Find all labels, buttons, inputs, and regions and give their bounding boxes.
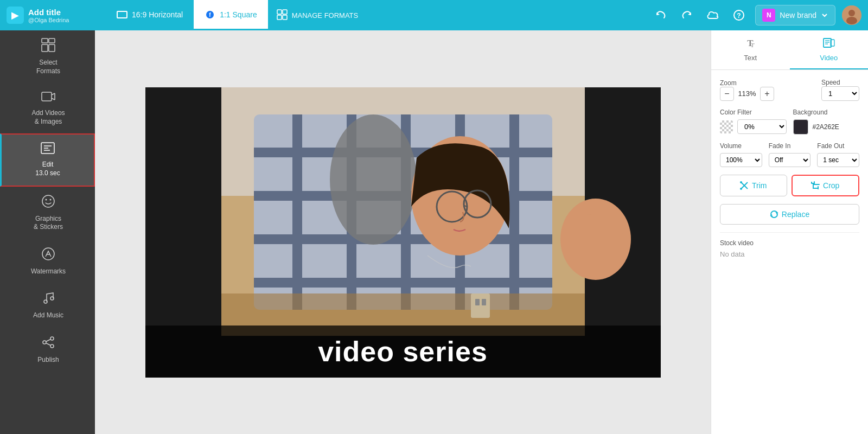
sidebar: SelectFormats Add Videos& Images Edit13.… — [0, 30, 95, 434]
volume-select[interactable]: 100% 75% 50% 25% 0% — [720, 153, 762, 167]
app-branding: ▶ Add title @Olga Bedrina — [7, 7, 101, 24]
svg-rect-59 — [475, 299, 480, 305]
background-col: Background #2A262E — [793, 108, 860, 135]
canvas-container: video series — [145, 87, 661, 378]
color-filter-row: 0% 10% 20% — [720, 119, 787, 134]
background-swatch[interactable] — [793, 119, 808, 135]
background-color-row: #2A262E — [793, 119, 860, 135]
svg-rect-5 — [277, 15, 282, 20]
fade-in-col: Fade In Off 0.5 sec 1 sec — [769, 142, 811, 167]
stock-video-label: Stock video — [720, 239, 859, 247]
sidebar-item-graphics-stickers[interactable]: Graphics& Stickers — [0, 187, 95, 239]
manage-formats-icon — [277, 9, 288, 22]
volume-col: Volume 100% 75% 50% 25% 0% — [720, 142, 762, 167]
svg-point-51 — [330, 114, 417, 245]
right-panel-content: Zoom − 113% + Speed 1 1.25 1.5 2 — [711, 70, 868, 434]
tab-horizontal[interactable]: 16:9 Horizontal — [106, 0, 194, 30]
app-subtitle: @Olga Bedrina — [28, 17, 69, 23]
sidebar-item-edit[interactable]: Edit13.0 sec — [0, 133, 95, 186]
background-label: Background — [793, 108, 860, 116]
svg-line-18 — [52, 98, 55, 100]
app-logo-icon: ▶ — [7, 7, 24, 24]
right-panel-tabs: TT Text Video — [711, 30, 868, 70]
svg-point-10 — [848, 10, 855, 16]
sidebar-item-select-formats[interactable]: SelectFormats — [0, 30, 95, 83]
fade-out-select[interactable]: 1 sec Off 0.5 sec — [817, 153, 859, 167]
zoom-plus-button[interactable]: + — [760, 87, 774, 101]
trim-crop-row: Trim Crop — [720, 175, 859, 196]
stock-section: Stock video No data — [720, 232, 859, 258]
svg-point-68 — [740, 181, 742, 183]
svg-rect-16 — [42, 92, 52, 101]
watermarks-icon — [41, 247, 55, 264]
undo-button[interactable] — [651, 5, 671, 25]
sidebar-item-add-music[interactable]: Add Music — [0, 283, 95, 328]
replace-icon — [770, 210, 778, 219]
svg-rect-58 — [471, 293, 490, 318]
stock-no-data: No data — [720, 250, 859, 258]
canvas-area: video series — [95, 30, 711, 434]
add-music-icon — [42, 291, 54, 308]
zoom-value: 113% — [737, 90, 757, 98]
topbar: ▶ Add title @Olga Bedrina 16:9 Horizonta… — [0, 0, 868, 30]
tab-text[interactable]: TT Text — [711, 30, 790, 69]
fade-in-select[interactable]: Off 0.5 sec 1 sec — [769, 153, 811, 167]
brand-label: New brand — [780, 11, 816, 20]
svg-line-35 — [46, 343, 50, 345]
svg-rect-3 — [277, 10, 282, 14]
publish-icon — [41, 335, 55, 353]
svg-rect-0 — [117, 11, 127, 18]
svg-rect-4 — [283, 10, 287, 14]
svg-line-34 — [46, 339, 50, 341]
redo-button[interactable] — [677, 5, 697, 25]
avatar[interactable] — [842, 5, 861, 25]
horizontal-format-icon — [117, 9, 127, 20]
sidebar-label-add-music: Add Music — [33, 311, 63, 320]
zoom-minus-button[interactable]: − — [720, 87, 734, 101]
canvas-text-overlay: video series — [145, 326, 661, 378]
trim-button[interactable]: Trim — [720, 175, 787, 196]
filter-bg-row: Color Filter 0% 10% 20% Background — [720, 108, 859, 135]
svg-point-31 — [50, 337, 54, 340]
svg-rect-6 — [283, 15, 287, 20]
topbar-right: ? N New brand — [651, 5, 861, 25]
crop-icon — [811, 181, 820, 190]
svg-rect-63 — [824, 39, 831, 47]
fade-in-label: Fade In — [769, 142, 811, 150]
svg-text:?: ? — [737, 12, 741, 20]
manage-formats-tab[interactable]: MANAGE FORMATS — [268, 0, 367, 30]
svg-point-26 — [50, 199, 52, 200]
help-button[interactable]: ? — [729, 5, 749, 25]
color-filter-col: Color Filter 0% 10% 20% — [720, 108, 787, 135]
tab-square[interactable]: f 1:1 Square — [194, 0, 268, 30]
brand-selector[interactable]: N New brand — [755, 5, 835, 25]
select-formats-icon — [41, 38, 55, 55]
chevron-down-icon — [821, 11, 828, 19]
tab-video[interactable]: Video — [790, 30, 869, 69]
svg-point-11 — [846, 17, 857, 24]
sidebar-label-graphics-stickers: Graphics& Stickers — [34, 215, 63, 232]
canvas-video[interactable]: video series — [145, 87, 661, 378]
speed-select[interactable]: 1 1.25 1.5 2 — [821, 86, 859, 101]
add-videos-icon — [41, 91, 55, 106]
svg-point-27 — [42, 248, 54, 260]
sidebar-label-watermarks: Watermarks — [31, 267, 66, 276]
sidebar-item-watermarks[interactable]: Watermarks — [0, 239, 95, 284]
volume-fade-row: Volume 100% 75% 50% 25% 0% Fade In Off 0… — [720, 142, 859, 167]
color-filter-label: Color Filter — [720, 108, 787, 116]
volume-label: Volume — [720, 142, 762, 150]
svg-point-24 — [42, 195, 54, 207]
color-filter-select[interactable]: 0% 10% 20% — [737, 119, 787, 134]
replace-button[interactable]: Replace — [720, 204, 859, 225]
svg-rect-60 — [482, 299, 486, 305]
svg-point-69 — [740, 188, 742, 190]
trim-icon — [740, 181, 749, 190]
save-cloud-button[interactable] — [703, 5, 723, 25]
speed-section: Speed 1 1.25 1.5 2 — [821, 79, 859, 101]
app-title[interactable]: Add title — [28, 8, 69, 17]
sidebar-item-publish[interactable]: Publish — [0, 328, 95, 372]
crop-button[interactable]: Crop — [792, 175, 860, 196]
zoom-label: Zoom — [720, 79, 774, 87]
sidebar-label-edit: Edit13.0 sec — [35, 161, 60, 177]
sidebar-item-add-videos[interactable]: Add Videos& Images — [0, 83, 95, 133]
